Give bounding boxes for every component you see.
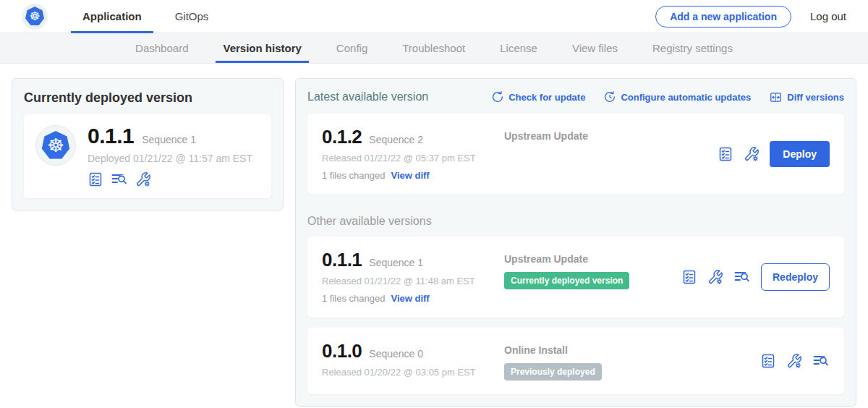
deployed-icon-row bbox=[88, 171, 252, 187]
version-number: 0.1.0 bbox=[322, 341, 362, 360]
version-source: Upstream Update bbox=[504, 127, 718, 142]
diff-versions-label: Diff versions bbox=[787, 92, 844, 103]
app-avatar: ☸ bbox=[35, 125, 76, 166]
subnav-tab-license[interactable]: License bbox=[500, 33, 537, 63]
version-number: 0.1.2 bbox=[322, 127, 362, 146]
kubernetes-wheel-icon: ☸ bbox=[41, 131, 70, 160]
released-timestamp: Released 01/20/22 @ 03:05 pm EST bbox=[322, 367, 504, 378]
previously-deployed-badge: Previously deployed bbox=[504, 363, 602, 381]
edit-config-icon[interactable] bbox=[707, 269, 723, 285]
source-label: Online Install bbox=[504, 344, 760, 356]
deployed-timestamp: Deployed 01/21/22 @ 11:57 am EST bbox=[88, 153, 252, 164]
refresh-icon bbox=[492, 91, 503, 103]
deployed-card-title: Currently deployed version bbox=[24, 90, 271, 106]
diff-versions-link[interactable]: Diff versions bbox=[770, 91, 844, 103]
version-sequence: Sequence 1 bbox=[369, 257, 423, 268]
source-label: Upstream Update bbox=[504, 253, 681, 265]
view-logs-icon[interactable] bbox=[111, 171, 128, 187]
deployed-sequence: Sequence 1 bbox=[142, 134, 196, 145]
version-actions bbox=[760, 353, 830, 369]
subnav-tab-version-history[interactable]: Version history bbox=[223, 33, 301, 63]
app-tabs: Application GitOps bbox=[71, 0, 230, 33]
version-number: 0.1.1 bbox=[322, 250, 362, 269]
check-for-update-label: Check for update bbox=[509, 92, 585, 103]
version-history-panel: Latest available version Check for updat… bbox=[295, 78, 856, 407]
deploy-button[interactable]: Deploy bbox=[770, 141, 830, 167]
tab-gitops[interactable]: GitOps bbox=[163, 0, 221, 33]
other-versions-title: Other available versions bbox=[307, 215, 844, 228]
app-subnav: Dashboard Version history Config Trouble… bbox=[0, 33, 868, 64]
view-diff-link[interactable]: View diff bbox=[391, 170, 429, 181]
edit-config-icon[interactable] bbox=[135, 171, 151, 187]
version-info: 0.1.0 Sequence 0 Released 01/20/22 @ 03:… bbox=[322, 341, 504, 378]
view-logs-icon[interactable] bbox=[812, 353, 830, 369]
schedule-refresh-icon bbox=[604, 91, 616, 103]
header-right: Add a new application Log out bbox=[655, 6, 846, 27]
version-sequence: Sequence 0 bbox=[369, 348, 423, 360]
logout-button[interactable]: Log out bbox=[810, 10, 846, 22]
currently-deployed-badge: Currently deployed version bbox=[504, 272, 629, 289]
files-changed-label: 1 files changed bbox=[322, 293, 385, 304]
configure-automatic-updates-link[interactable]: Configure automatic updates bbox=[604, 91, 751, 103]
subnav-tab-view-files[interactable]: View files bbox=[572, 33, 618, 63]
subnav-tab-troubleshoot[interactable]: Troubleshoot bbox=[402, 33, 465, 63]
configure-automatic-updates-label: Configure automatic updates bbox=[621, 92, 751, 103]
tab-application-label: Application bbox=[82, 10, 142, 22]
release-notes-icon[interactable] bbox=[718, 146, 733, 162]
version-sequence: Sequence 2 bbox=[369, 134, 423, 145]
deployed-version-card: ☸ 0.1.1 Sequence 1 Deployed 01/21/22 @ 1… bbox=[24, 114, 271, 198]
version-info: 0.1.2 Sequence 2 Released 01/21/22 @ 05:… bbox=[322, 127, 504, 181]
main-content: Currently deployed version ☸ 0.1.1 Seque… bbox=[0, 64, 868, 408]
released-timestamp: Released 01/21/22 @ 11:48 am EST bbox=[322, 276, 504, 286]
released-timestamp: Released 01/21/22 @ 05:37 pm EST bbox=[322, 153, 504, 163]
source-label: Upstream Update bbox=[504, 130, 718, 142]
version-row-0-1-1: 0.1.1 Sequence 1 Released 01/21/22 @ 11:… bbox=[307, 237, 844, 318]
files-changed-label: 1 files changed bbox=[322, 170, 385, 181]
deployed-version-number: 0.1.1 bbox=[88, 125, 134, 147]
version-info: 0.1.1 Sequence 1 Released 01/21/22 @ 11:… bbox=[322, 250, 504, 304]
release-notes-icon[interactable] bbox=[88, 171, 103, 187]
edit-config-icon[interactable] bbox=[744, 146, 760, 162]
version-source: Upstream Update Currently deployed versi… bbox=[504, 250, 681, 289]
view-diff-link[interactable]: View diff bbox=[391, 293, 429, 304]
redeploy-button[interactable]: Redeploy bbox=[761, 263, 830, 291]
version-actions: Deploy bbox=[718, 141, 830, 167]
subnav-tab-dashboard[interactable]: Dashboard bbox=[135, 33, 188, 63]
version-row-0-1-2: 0.1.2 Sequence 2 Released 01/21/22 @ 05:… bbox=[307, 114, 844, 195]
tab-application[interactable]: Application bbox=[71, 0, 153, 33]
subnav-tab-registry-settings[interactable]: Registry settings bbox=[652, 33, 733, 63]
version-row-0-1-0: 0.1.0 Sequence 0 Released 01/20/22 @ 03:… bbox=[307, 328, 844, 394]
release-notes-icon[interactable] bbox=[681, 269, 697, 285]
subnav-tab-config[interactable]: Config bbox=[336, 33, 367, 63]
add-application-button[interactable]: Add a new application bbox=[655, 6, 791, 27]
view-logs-icon[interactable] bbox=[733, 269, 751, 285]
latest-version-title: Latest available version bbox=[307, 90, 428, 103]
edit-config-icon[interactable] bbox=[786, 353, 802, 369]
release-notes-icon[interactable] bbox=[760, 353, 776, 369]
version-actions: Redeploy bbox=[681, 263, 830, 291]
app-header: ☸ Application GitOps Add a new applicati… bbox=[0, 0, 868, 33]
diff-icon bbox=[770, 91, 782, 103]
tab-gitops-label: GitOps bbox=[175, 10, 209, 22]
kubernetes-wheel-icon: ☸ bbox=[25, 7, 45, 26]
version-source: Online Install Previously deployed bbox=[504, 341, 760, 381]
deployed-version-info: 0.1.1 Sequence 1 Deployed 01/21/22 @ 11:… bbox=[88, 125, 252, 187]
panel-actions: Check for update Configure automatic upd… bbox=[492, 91, 844, 103]
check-for-update-link[interactable]: Check for update bbox=[492, 91, 585, 103]
kubernetes-logo-icon: ☸ bbox=[22, 4, 48, 30]
panel-header: Latest available version Check for updat… bbox=[307, 90, 844, 103]
currently-deployed-card: Currently deployed version ☸ 0.1.1 Seque… bbox=[12, 78, 284, 211]
